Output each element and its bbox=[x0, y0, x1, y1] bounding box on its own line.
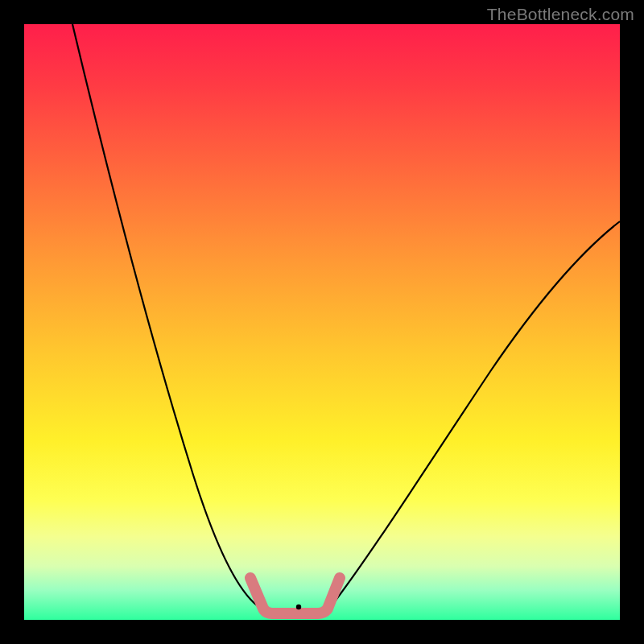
left-curve bbox=[72, 24, 260, 608]
valley-dot bbox=[296, 605, 301, 609]
watermark-text: TheBottleneck.com bbox=[487, 5, 634, 24]
plot-area bbox=[24, 24, 620, 620]
valley-marker bbox=[250, 578, 340, 613]
right-curve bbox=[330, 221, 620, 608]
curve-layer bbox=[24, 24, 620, 620]
chart-frame: TheBottleneck.com bbox=[0, 0, 644, 644]
